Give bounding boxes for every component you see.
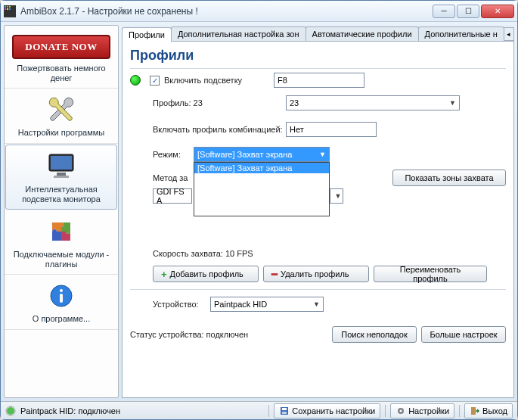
capture-method-value: GDI FS A [157,187,188,205]
backlight-label: Интеллектуальная подсветка монитора [9,185,113,204]
wrench-icon [43,95,79,125]
minus-icon: ━ [271,269,278,280]
capture-aux-combo[interactable]: ▼ [330,188,343,204]
svg-rect-2 [7,6,8,8]
more-settings-button[interactable]: Больше настроек [421,326,506,343]
statusbar: Paintpack HID: подключен Сохранить настр… [1,401,517,419]
plus-icon: + [161,269,167,280]
profile-buttons-row: + Добавить профиль ━ Удалить профиль Пер… [130,266,506,282]
chevron-down-icon: ▼ [313,300,320,308]
puzzle-icon [43,216,79,247]
profile-hotkey-field[interactable] [286,122,377,137]
mode-option-1[interactable]: [Software] Статический фон [194,173,329,184]
chevron-down-icon: ▼ [319,151,326,158]
svg-rect-13 [60,294,63,303]
troubleshoot-button[interactable]: Поиск неполадок [332,326,417,343]
svg-rect-6 [9,8,11,10]
delete-profile-button[interactable]: ━ Удалить профиль [263,266,369,282]
tab-scroll-left[interactable]: ◂ [504,27,514,41]
settings-button[interactable]: Настройки [390,403,454,418]
status-separator [268,405,269,417]
status-separator [459,405,460,417]
sidebar-item-plugins[interactable]: Подключаемые модули - плагины [5,210,118,275]
tab-profiles[interactable]: Профили [122,27,172,42]
fps-label: Скорость захвата: 10 FPS [153,249,253,258]
profile-value: 23 [290,98,299,107]
svg-rect-1 [5,6,6,8]
chevron-down-icon: ▼ [335,192,342,200]
fps-row: Скорость захвата: 10 FPS [130,249,506,258]
svg-rect-4 [5,8,6,10]
enable-backlight-checkbox[interactable]: ✓ [150,76,160,86]
combo-label: Включать профиль комбинацией: [153,125,281,134]
tab-zones[interactable]: Дополнительная настройка зон [171,26,306,41]
settings-label: Настройки программы [8,128,115,138]
maximize-button[interactable]: ☐ [457,5,479,18]
rename-profile-button[interactable]: Переименовать профиль [374,266,487,282]
sidebar: DONATE NOW Пожертвовать немного денег На… [4,25,119,398]
sidebar-item-donate[interactable]: DONATE NOW Пожертвовать немного денег [5,26,118,89]
exit-button[interactable]: Выход [464,403,513,418]
mode-dropdown: [Software] Захват экрана [Software] Стат… [194,162,330,216]
device-label: Устройство: [153,300,206,309]
save-icon [279,406,290,416]
window-title: AmbiBox 2.1.7 - Настройки не сохранены ! [20,6,198,17]
add-profile-button[interactable]: + Добавить профиль [153,266,259,282]
capture-method-label: Метод за [153,173,189,182]
svg-point-12 [60,289,63,292]
minimize-button[interactable]: ─ [433,5,455,18]
svg-rect-10 [54,176,69,178]
svg-rect-3 [9,6,11,8]
svg-rect-17 [282,408,287,410]
app-icon [4,5,16,17]
profiles-page: Профили ✓ Включить подсветку Профиль: 23… [122,42,514,398]
mode-option-2[interactable]: [Software] Динамический фон [194,184,329,194]
enable-label: Включить подсветку [164,76,242,85]
tab-extra[interactable]: Дополнительные н [418,26,504,41]
donate-button[interactable]: DONATE NOW [12,35,110,59]
profile-combo[interactable]: 23 ▼ [286,95,460,110]
tab-strip: Профили Дополнительная настройка зон Авт… [122,25,514,42]
tab-nav: ◂ ▸ [504,27,514,41]
capture-method-combo[interactable]: GDI FS A [153,188,192,204]
device-row: Устройство: Paintpack HID ▼ [130,297,506,312]
client-area: DONATE NOW Пожертвовать немного денег На… [1,22,517,401]
titlebar[interactable]: AmbiBox 2.1.7 - Настройки не сохранены !… [1,1,517,22]
sidebar-item-backlight[interactable]: Интеллектуальная подсветка монитора [5,145,117,210]
exit-icon [470,406,480,416]
main-panel: Профили Дополнительная настройка зон Авт… [122,25,514,398]
mode-option-3[interactable]: [Software] Цветомузыка [194,194,329,205]
device-combo[interactable]: Paintpack HID ▼ [210,297,324,312]
window-controls: ─ ☐ ✕ [431,5,514,18]
tab-auto-profiles[interactable]: Автоматические профили [306,26,419,41]
close-button[interactable]: ✕ [481,5,514,18]
device-status-label: Статус устройства: подключен [130,330,248,339]
separator [130,289,506,290]
mode-row: Режим: [Software] Захват экрана ▼ [Softw… [130,147,506,162]
status-separator [385,405,386,417]
svg-rect-9 [57,173,66,176]
about-label: О программе... [8,314,115,324]
sidebar-item-settings[interactable]: Настройки программы [5,89,118,143]
donate-label: Пожертвовать немного денег [8,64,115,83]
chevron-down-icon: ▼ [449,99,456,107]
sidebar-item-about[interactable]: О программе... [5,275,118,329]
enable-row: ✓ Включить подсветку [130,73,506,88]
hotkey-field[interactable] [274,73,364,88]
app-window: AmbiBox 2.1.7 - Настройки не сохранены !… [0,0,518,420]
mode-combo[interactable]: [Software] Захват экрана ▼ [Software] За… [194,147,330,162]
show-zones-button[interactable]: Показать зоны захвата [392,170,506,186]
mode-value: [Software] Захват экрана [197,150,292,159]
svg-point-14 [7,407,14,415]
statusbar-device: Paintpack HID: подключен [20,406,120,415]
svg-rect-18 [282,412,287,414]
monitor-icon [43,151,79,182]
save-settings-button[interactable]: Сохранить настройки [274,403,380,418]
status-led-icon [130,75,141,86]
svg-rect-5 [7,8,8,10]
hotkey-combo-row: Включать профиль комбинацией: [130,122,506,137]
info-icon [43,281,79,311]
profile-label: Профиль: 23 [153,98,281,107]
mode-option-0[interactable]: [Software] Захват экрана [194,163,329,173]
mode-option-4[interactable]: [Software] Плагины [194,205,329,216]
